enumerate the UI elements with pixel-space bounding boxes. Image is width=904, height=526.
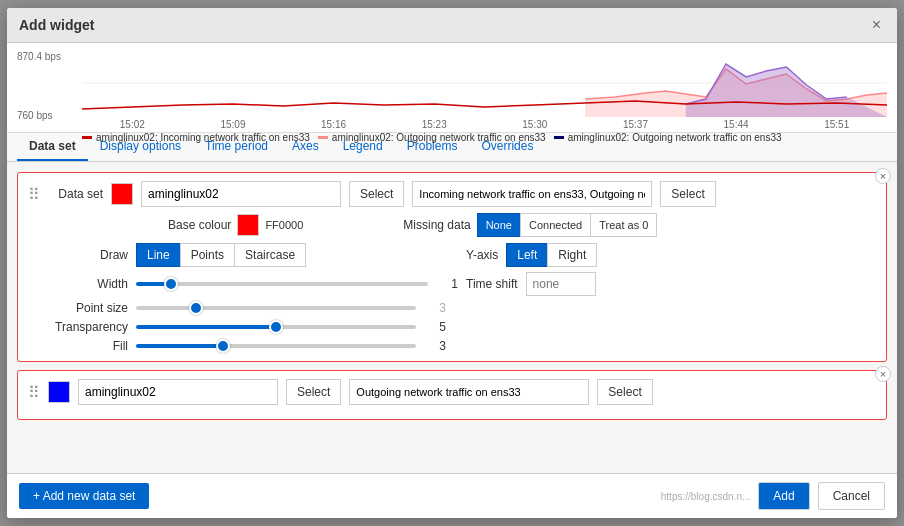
pointsize-row: Point size 3 xyxy=(48,301,876,315)
chart-svg xyxy=(82,49,887,117)
close-button[interactable]: × xyxy=(868,16,885,34)
dataset-1-draw-yaxis-row: Draw Line Points Staircase Y-axis Left R… xyxy=(48,243,876,267)
missing-data-group: Missing data None Connected Treat as 0 xyxy=(403,213,657,237)
bottom-bar: + Add new data set https://blog.csdn.n..… xyxy=(7,473,897,518)
yaxis-right-button[interactable]: Right xyxy=(547,243,597,267)
missing-none-button[interactable]: None xyxy=(477,213,520,237)
width-timeshift-row: Width 1 Time shift xyxy=(48,272,876,296)
width-slider[interactable] xyxy=(136,282,428,286)
item-select-button-2[interactable]: Select xyxy=(597,379,652,405)
pointsize-slider[interactable] xyxy=(136,306,416,310)
item-input-1[interactable] xyxy=(412,181,652,207)
dataset-1-options-row: Base colour FF0000 Missing data None Con… xyxy=(168,213,876,237)
y-max-label: 870.4 bps xyxy=(17,51,61,62)
yaxis-group: Y-axis Left Right xyxy=(466,243,876,267)
content-area: × ⠿ Data set Select Select Base colour xyxy=(7,162,897,473)
add-widget-modal: Add widget × 870.4 bps 760 bps xyxy=(7,8,897,518)
timeshift-group: Time shift xyxy=(466,272,876,296)
dataset-2-host-row: ⠿ Select Select xyxy=(28,379,876,405)
fill-row: Fill 3 xyxy=(48,339,876,353)
base-color-label: Base colour xyxy=(168,218,231,232)
legend-item-2: aminglinux02: Outgoing network traffic o… xyxy=(318,132,546,143)
draw-staircase-button[interactable]: Staircase xyxy=(234,243,306,267)
chart-visualization xyxy=(82,49,887,117)
draw-points-button[interactable]: Points xyxy=(180,243,234,267)
pointsize-slider-container xyxy=(136,306,416,310)
draw-buttons: Line Points Staircase xyxy=(136,243,306,267)
cancel-button[interactable]: Cancel xyxy=(818,482,885,510)
chart-x-axis: 15:02 15:09 15:16 15:23 15:30 15:37 15:4… xyxy=(82,119,887,130)
width-group: Width 1 xyxy=(48,272,458,296)
pointsize-label: Point size xyxy=(48,301,128,315)
width-slider-container xyxy=(136,282,428,286)
missing-data-label: Missing data xyxy=(403,218,470,232)
legend-color-3 xyxy=(554,136,564,139)
dataset-row-2: × ⠿ Select Select xyxy=(17,370,887,420)
missing-data-buttons: None Connected Treat as 0 xyxy=(477,213,658,237)
chart-area: 870.4 bps 760 bps xyxy=(7,43,897,133)
yaxis-buttons: Left Right xyxy=(506,243,597,267)
color-swatch-1[interactable] xyxy=(111,183,133,205)
item-select-button-1[interactable]: Select xyxy=(660,181,715,207)
chart-y-axis: 870.4 bps 760 bps xyxy=(17,51,61,121)
fill-slider-container xyxy=(136,344,416,348)
ok-button[interactable]: Add xyxy=(758,482,809,510)
legend-label-1: aminglinux02: Incoming network traffic o… xyxy=(96,132,310,143)
legend-color-2 xyxy=(318,136,328,139)
yaxis-label: Y-axis xyxy=(466,248,498,262)
dataset-label-1: Data set xyxy=(48,187,103,201)
modal-title: Add widget xyxy=(19,17,94,33)
host-input-2[interactable] xyxy=(78,379,278,405)
timeshift-label: Time shift xyxy=(466,277,518,291)
legend-color-1 xyxy=(82,136,92,139)
draw-line-button[interactable]: Line xyxy=(136,243,180,267)
pointsize-value: 3 xyxy=(424,301,446,315)
fill-slider[interactable] xyxy=(136,344,416,348)
chart-legend: aminglinux02: Incoming network traffic o… xyxy=(72,130,887,145)
legend-label-2: aminglinux02: Outgoing network traffic o… xyxy=(332,132,546,143)
modal-header: Add widget × xyxy=(7,8,897,43)
missing-treat-button[interactable]: Treat as 0 xyxy=(590,213,657,237)
item-input-2[interactable] xyxy=(349,379,589,405)
remove-dataset-2-button[interactable]: × xyxy=(875,366,891,382)
timeshift-input[interactable] xyxy=(526,272,596,296)
transparency-value: 5 xyxy=(424,320,446,334)
fill-value: 3 xyxy=(424,339,446,353)
missing-connected-button[interactable]: Connected xyxy=(520,213,590,237)
drag-handle-2[interactable]: ⠿ xyxy=(28,383,40,402)
host-input-1[interactable] xyxy=(141,181,341,207)
yaxis-left-button[interactable]: Left xyxy=(506,243,547,267)
draw-label: Draw xyxy=(48,248,128,262)
bottom-actions: https://blog.csdn.n... Add Cancel xyxy=(661,482,885,510)
base-color-hex: FF0000 xyxy=(265,219,303,231)
legend-item-3: aminglinux02: Outgoing network traffic o… xyxy=(554,132,782,143)
y-min-label: 760 bps xyxy=(17,110,61,121)
dataset-row-1: × ⠿ Data set Select Select Base colour xyxy=(17,172,887,362)
remove-dataset-1-button[interactable]: × xyxy=(875,168,891,184)
transparency-slider-container xyxy=(136,325,416,329)
legend-label-3: aminglinux02: Outgoing network traffic o… xyxy=(568,132,782,143)
host-select-button-1[interactable]: Select xyxy=(349,181,404,207)
base-color-group: Base colour FF0000 xyxy=(168,213,303,237)
transparency-label: Transparency xyxy=(48,320,128,334)
base-color-swatch[interactable] xyxy=(237,214,259,236)
transparency-row: Transparency 5 xyxy=(48,320,876,334)
draw-group: Draw Line Points Staircase xyxy=(48,243,458,267)
width-value: 1 xyxy=(436,277,458,291)
transparency-slider[interactable] xyxy=(136,325,416,329)
drag-handle-1[interactable]: ⠿ xyxy=(28,185,40,204)
legend-item-1: aminglinux02: Incoming network traffic o… xyxy=(82,132,310,143)
dataset-1-host-row: ⠿ Data set Select Select xyxy=(28,181,876,207)
fill-label: Fill xyxy=(48,339,128,353)
host-select-button-2[interactable]: Select xyxy=(286,379,341,405)
add-dataset-button[interactable]: + Add new data set xyxy=(19,483,149,509)
color-swatch-2[interactable] xyxy=(48,381,70,403)
width-label: Width xyxy=(48,277,128,291)
watermark-text: https://blog.csdn.n... xyxy=(661,491,751,502)
